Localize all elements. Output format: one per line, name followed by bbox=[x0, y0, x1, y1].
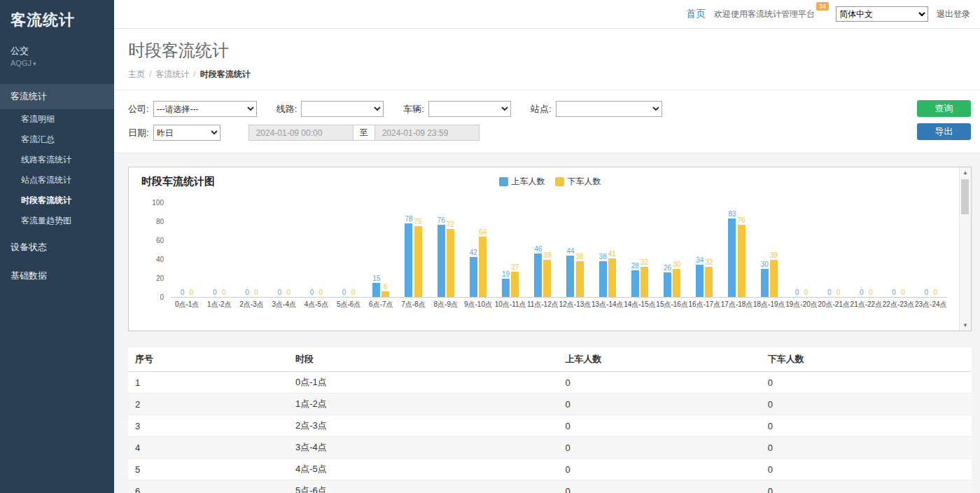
bar-group[interactable]: 002点-3点 bbox=[235, 202, 267, 308]
bar-group[interactable]: 0021点-22点 bbox=[850, 202, 882, 308]
table-cell: 0 bbox=[559, 415, 761, 437]
bar-group[interactable]: 78757点-8点 bbox=[397, 202, 429, 308]
bar-group[interactable]: 837617点-18点 bbox=[720, 202, 752, 308]
sidebar-section[interactable]: 客流统计 bbox=[0, 84, 114, 109]
column-header: 下车人数 bbox=[761, 347, 972, 372]
bar-group[interactable]: 004点-5点 bbox=[300, 202, 332, 308]
start-date-input[interactable] bbox=[248, 125, 354, 141]
query-button[interactable]: 查询 bbox=[917, 100, 971, 117]
x-axis-label: 4点-5点 bbox=[304, 300, 328, 308]
bar[interactable] bbox=[470, 257, 477, 297]
bar-column: 42 bbox=[470, 202, 477, 297]
bar-group[interactable]: 343216点-17点 bbox=[688, 202, 720, 308]
station-filter: 站点: bbox=[531, 101, 662, 117]
bar-group[interactable]: 0023点-24点 bbox=[915, 202, 947, 308]
sidebar-item[interactable]: 时段客流统计 bbox=[0, 190, 114, 211]
bar[interactable] bbox=[631, 270, 639, 297]
bar[interactable] bbox=[770, 260, 778, 297]
bar[interactable] bbox=[640, 267, 648, 297]
table-cell: 3点-4点 bbox=[288, 437, 559, 459]
bar[interactable] bbox=[608, 258, 616, 297]
end-date-input[interactable] bbox=[374, 125, 479, 141]
bar-group[interactable]: 76728点-9点 bbox=[430, 202, 462, 308]
bar-group[interactable]: 303918点-19点 bbox=[753, 202, 785, 308]
bar[interactable] bbox=[664, 272, 671, 297]
bar[interactable] bbox=[372, 283, 380, 297]
bar[interactable] bbox=[728, 218, 736, 297]
line-select[interactable] bbox=[301, 101, 384, 117]
bar[interactable] bbox=[738, 225, 746, 297]
date-preset-select[interactable]: 昨日 bbox=[153, 125, 220, 141]
x-axis-label: 8点-9点 bbox=[434, 300, 458, 308]
bar[interactable] bbox=[438, 225, 445, 297]
bar-pair: 8376 bbox=[728, 202, 745, 297]
export-button[interactable]: 导出 bbox=[917, 123, 971, 140]
bar-value-label: 0 bbox=[190, 289, 194, 296]
sidebar-item[interactable]: 线路客流统计 bbox=[0, 150, 114, 170]
bar[interactable] bbox=[696, 265, 704, 297]
bar-value-label: 72 bbox=[447, 221, 454, 228]
bar-group[interactable]: 192710点-11点 bbox=[494, 202, 526, 308]
scroll-down-arrow[interactable]: ▼ bbox=[960, 320, 971, 331]
sidebar-item[interactable]: 站点客流统计 bbox=[0, 170, 114, 190]
bar-group[interactable]: 443812点-13点 bbox=[559, 202, 591, 308]
company-select[interactable]: ---请选择--- bbox=[153, 101, 257, 117]
logout-link[interactable]: 退出登录 bbox=[937, 8, 970, 20]
notification-badge[interactable]: 34 bbox=[816, 2, 829, 11]
bar[interactable] bbox=[576, 261, 584, 297]
bar[interactable] bbox=[534, 254, 542, 297]
bar[interactable] bbox=[502, 279, 510, 297]
bar[interactable] bbox=[761, 269, 769, 298]
bar-group[interactable]: 42649点-10点 bbox=[462, 202, 494, 308]
bar[interactable] bbox=[405, 223, 412, 297]
bar-group[interactable]: 283214点-15点 bbox=[624, 202, 656, 308]
bar-group[interactable]: 1566点-7点 bbox=[365, 202, 397, 308]
bar-group[interactable]: 0020点-21点 bbox=[818, 202, 850, 308]
bar[interactable] bbox=[382, 291, 389, 297]
vehicle-select[interactable] bbox=[428, 101, 511, 117]
bar[interactable] bbox=[511, 272, 519, 297]
bar-group[interactable]: 384113点-14点 bbox=[592, 202, 624, 308]
legend-item[interactable]: 上车人数 bbox=[499, 176, 545, 188]
table-body: 10点-1点0021点-2点0032点-3点0043点-4点0054点-5点00… bbox=[128, 372, 972, 493]
bar-group[interactable]: 000点-1点 bbox=[171, 202, 203, 308]
bar-value-label: 0 bbox=[213, 289, 217, 296]
breadcrumb-item[interactable]: 主页 bbox=[128, 69, 145, 79]
bar-group[interactable]: 003点-4点 bbox=[268, 202, 300, 308]
sidebar-item[interactable]: 客流明细 bbox=[0, 109, 114, 130]
company-filter: 公司: ---请选择--- bbox=[128, 101, 257, 117]
bar-group[interactable]: 263015点-16点 bbox=[656, 202, 688, 308]
bar-pair: 00 bbox=[923, 202, 939, 297]
bar-group[interactable]: 463911点-12点 bbox=[526, 202, 559, 308]
column-header: 序号 bbox=[128, 347, 288, 372]
sidebar-item[interactable]: 客流量趋势图 bbox=[0, 211, 114, 231]
bar[interactable] bbox=[447, 229, 454, 297]
home-link[interactable]: 首页 bbox=[686, 8, 706, 20]
bar-group[interactable]: 001点-2点 bbox=[203, 202, 235, 308]
bar[interactable] bbox=[599, 261, 607, 297]
scrollbar-thumb[interactable] bbox=[961, 179, 969, 214]
org-selector[interactable]: AQGJ▾ bbox=[0, 59, 114, 71]
sidebar-item[interactable]: 客流汇总 bbox=[0, 130, 114, 150]
scroll-up-arrow[interactable]: ▲ bbox=[960, 167, 971, 178]
table-cell: 4点-5点 bbox=[288, 459, 559, 480]
chart-scrollbar[interactable]: ▲ ▼ bbox=[959, 167, 971, 331]
bar-group[interactable]: 005点-6点 bbox=[332, 202, 365, 308]
station-select[interactable] bbox=[556, 101, 662, 117]
bar[interactable] bbox=[479, 237, 486, 297]
language-select[interactable]: 简体中文 bbox=[836, 6, 928, 22]
bar[interactable] bbox=[673, 269, 680, 298]
bar-group[interactable]: 0019点-20点 bbox=[785, 202, 818, 308]
bar-group[interactable]: 0022点-23点 bbox=[882, 202, 914, 308]
bar[interactable] bbox=[414, 226, 422, 297]
sidebar-section[interactable]: 设备状态 bbox=[0, 235, 114, 260]
bar-column: 76 bbox=[438, 202, 445, 297]
sidebar-section[interactable]: 基础数据 bbox=[0, 263, 114, 289]
legend-label: 下车人数 bbox=[568, 176, 601, 188]
bar-pair: 00 bbox=[211, 202, 227, 297]
legend-item[interactable]: 下车人数 bbox=[555, 176, 601, 188]
breadcrumb-item[interactable]: 客流统计 bbox=[155, 69, 189, 79]
bar[interactable] bbox=[543, 260, 551, 297]
bar[interactable] bbox=[566, 256, 574, 297]
bar[interactable] bbox=[705, 267, 713, 297]
